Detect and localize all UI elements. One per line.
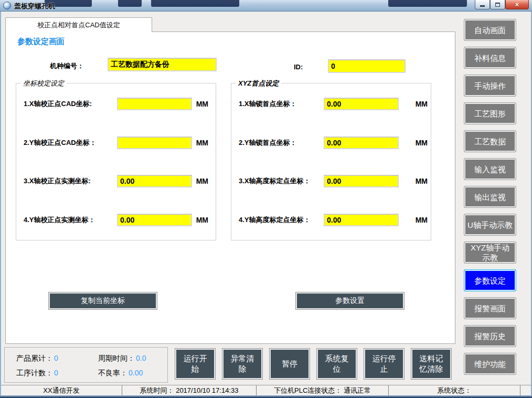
first-x-label: 1.X轴锁首点坐标：: [239, 99, 324, 109]
first-y-input[interactable]: [324, 137, 399, 149]
error-clear-button[interactable]: 异常清除: [222, 348, 263, 380]
window-title: 盖板穿螺孔机: [14, 2, 55, 11]
sidebar-item-process-data[interactable]: 工艺数据: [464, 130, 516, 152]
window-frame-left: [0, 12, 1, 398]
measured-y-input[interactable]: [117, 214, 192, 226]
run-start-button[interactable]: 运行开始: [175, 348, 216, 380]
measured-x-input[interactable]: [117, 175, 192, 187]
height-y-label: 4.Y轴高度标定点坐标：: [239, 215, 324, 225]
run-stop-button[interactable]: 运行停止: [364, 348, 405, 380]
stat-value: 0: [54, 369, 58, 377]
height-y-input[interactable]: [324, 214, 399, 226]
unit-label: MM: [196, 139, 208, 147]
page-title: 参数设定画面: [17, 37, 65, 47]
glass-reflection: [151, 0, 239, 7]
app-icon: [3, 2, 11, 9]
sidebar-item-maintenance[interactable]: 维护功能: [464, 353, 516, 375]
group-coordinate-calibration-title: 坐标校定设定: [20, 79, 67, 88]
status-system-status: 系统状态：: [389, 385, 520, 395]
pause-button[interactable]: 暂停: [269, 348, 310, 380]
sidebar-item-process-graphic[interactable]: 工艺图形: [464, 102, 516, 124]
sidebar-item-output-monitor[interactable]: 输出监视: [464, 186, 516, 208]
stat-cycle-time: 周期时间：0.0: [98, 354, 146, 363]
first-y-label: 2.Y轴锁首点坐标：: [239, 138, 324, 148]
close-icon: ×: [515, 1, 519, 8]
copy-current-coordinates-button[interactable]: 复制当前坐标: [48, 292, 157, 310]
parameter-set-button[interactable]: 参数设置: [295, 292, 405, 310]
first-x-input[interactable]: [324, 98, 399, 110]
stat-process-count: 工序计数：0: [16, 369, 58, 378]
id-label: ID:: [294, 63, 303, 71]
close-button[interactable]: ×: [505, 0, 529, 9]
cad-y-input[interactable]: [117, 137, 192, 149]
stat-value: 0: [54, 354, 58, 362]
field-row: 1.X轴校正点CAD坐标: MM: [24, 97, 208, 111]
unit-label: MM: [416, 216, 428, 224]
sidebar-item-input-monitor[interactable]: 输入监视: [464, 158, 516, 180]
maximize-icon: [495, 3, 500, 7]
stat-defect-rate: 不良率：0.00: [98, 369, 143, 378]
status-spacer: [520, 385, 531, 395]
sidebar-item-parameter-setting[interactable]: 参数设定: [464, 269, 516, 291]
group-xyz-first-point-title: XYZ首点设定: [236, 79, 281, 88]
glass-reflection: [388, 0, 467, 7]
minimize-icon: [480, 5, 485, 7]
sidebar-item-refill-info[interactable]: 补料信息: [464, 47, 516, 69]
field-row: 4.Y轴高度标定点坐标： MM: [239, 213, 428, 227]
stats-panel: 产品累计：0 周期时间：0.0 工序计数：0 不良率：0.00: [4, 347, 168, 383]
sidebar-item-alarm-screen[interactable]: 报警画面: [464, 297, 516, 319]
unit-label: MM: [416, 139, 428, 147]
field-row: 3.X轴高度标定点坐标： MM: [239, 174, 428, 188]
cad-y-label: 2.Y轴校正点CAD坐标：: [24, 138, 117, 148]
status-plc-connection: 下位机PLC连接状态： 通讯正常: [257, 385, 389, 395]
measured-x-label: 3.X轴校正点实测坐标:: [24, 176, 117, 186]
sidebar-item-manual-operation[interactable]: 手动操作: [464, 75, 516, 97]
window: 盖板穿螺孔机 × 校正点相对首点CAD值设定 参数设定画面 机种编号： ID: …: [0, 0, 532, 398]
stat-product-total: 产品累计：0: [16, 354, 58, 363]
stat-value: 0.0: [136, 354, 146, 362]
model-number-label: 机种编号：: [50, 61, 84, 71]
sidebar-item-auto-screen[interactable]: 自动画面: [464, 19, 516, 41]
model-number-input[interactable]: [108, 58, 217, 71]
status-company: XX通信开发: [1, 385, 122, 395]
field-row: 3.X轴校正点实测坐标: MM: [24, 174, 208, 188]
field-row: 2.Y轴锁首点坐标： MM: [239, 135, 428, 150]
unit-label: MM: [196, 216, 208, 224]
height-x-label: 3.X轴高度标定点坐标：: [239, 176, 324, 186]
unit-label: MM: [416, 100, 428, 108]
system-reset-button[interactable]: 系统复位: [316, 348, 357, 380]
unit-label: MM: [196, 177, 208, 185]
field-row: 1.X轴锁首点坐标： MM: [239, 97, 428, 111]
minimize-button[interactable]: [475, 0, 490, 9]
cad-x-label: 1.X轴校正点CAD坐标:: [24, 99, 117, 109]
id-input[interactable]: [328, 59, 406, 73]
field-row: 2.Y轴校正点CAD坐标： MM: [24, 135, 208, 150]
stat-value: 0.00: [129, 369, 143, 377]
sidebar-item-xyz-axis-teach[interactable]: XYZ轴手动示教: [464, 242, 516, 264]
unit-label: MM: [416, 177, 428, 185]
sidebar-item-alarm-history[interactable]: 报警历史: [464, 325, 516, 347]
window-frame-bottom: [0, 395, 532, 398]
measured-y-label: 4.Y轴校正点实测坐标：: [24, 215, 117, 225]
height-x-input[interactable]: [324, 175, 399, 187]
tab-correction-cad-setting[interactable]: 校正点相对首点CAD值设定: [5, 17, 152, 32]
field-row: 4.Y轴校正点实测坐标： MM: [24, 213, 208, 227]
statusbar: XX通信开发 系统时间： 2017/10/10 17:14:33 下位机PLC连…: [1, 385, 531, 395]
sidebar-item-u-axis-teach[interactable]: U轴手动示教: [464, 214, 516, 236]
feed-memory-clear-button[interactable]: 送料记忆清除: [411, 348, 452, 380]
glass-reflection: [118, 0, 142, 7]
cad-x-input[interactable]: [117, 98, 192, 110]
status-system-time: 系统时间： 2017/10/10 17:14:33: [122, 385, 257, 395]
titlebar: 盖板穿螺孔机 ×: [0, 0, 532, 12]
maximize-button[interactable]: [490, 0, 505, 9]
unit-label: MM: [196, 100, 208, 108]
